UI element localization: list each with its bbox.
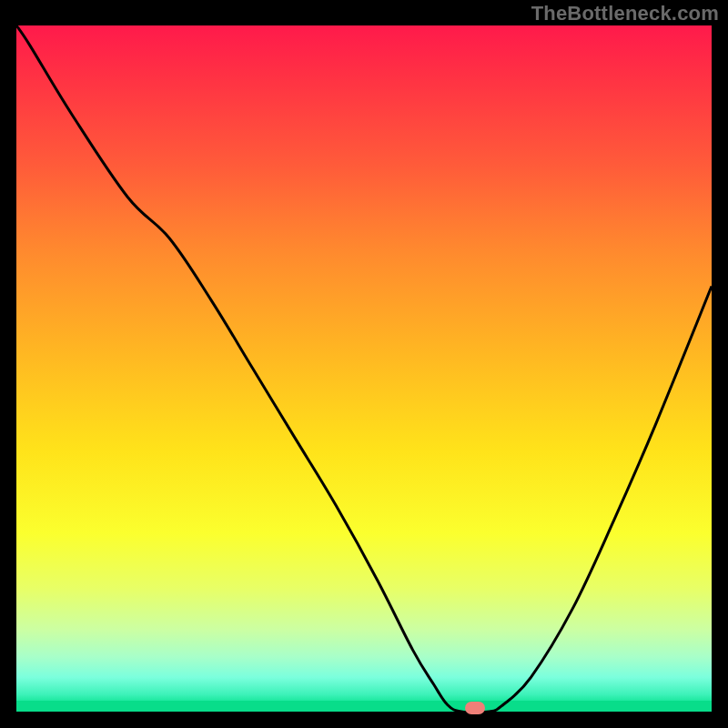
plot-area <box>16 25 712 712</box>
bottleneck-curve <box>16 25 712 712</box>
chart-container: TheBottleneck.com <box>0 0 728 728</box>
curve-path <box>16 25 712 712</box>
optimum-marker <box>465 702 485 714</box>
watermark-text: TheBottleneck.com <box>531 2 719 25</box>
